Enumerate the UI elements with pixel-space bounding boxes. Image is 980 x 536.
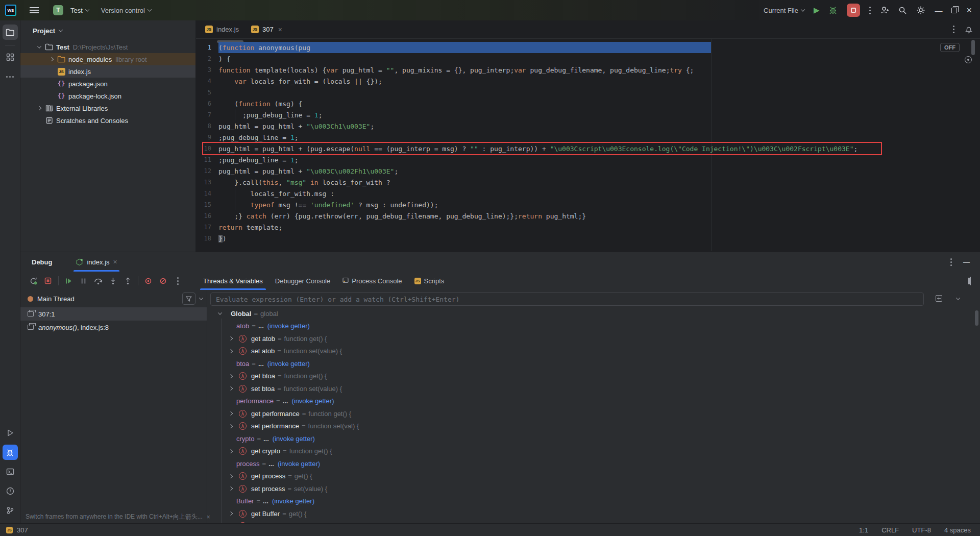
- main-menu-icon[interactable]: [30, 7, 39, 13]
- off-badge[interactable]: OFF: [940, 43, 960, 52]
- status-item-4-spaces[interactable]: 4 spaces: [944, 526, 971, 534]
- view-breakpoints-icon[interactable]: [142, 275, 154, 286]
- debug-tool-button-active[interactable]: [3, 445, 18, 460]
- variables-scrollbar-thumb[interactable]: [975, 310, 978, 326]
- stop-debug-icon[interactable]: [42, 275, 54, 286]
- debug-tab-debugger-console[interactable]: Debugger Console: [269, 272, 336, 290]
- variable-row-get-crypto[interactable]: λget crypto=function get() {: [207, 445, 980, 458]
- editor-options-icon[interactable]: [953, 29, 954, 30]
- invoke-getter-link[interactable]: (invoke getter): [267, 360, 310, 368]
- evaluate-expression-input[interactable]: [211, 296, 923, 303]
- code-line-13[interactable]: 13 }.call(this, "msg" in locals_for_with…: [196, 177, 980, 188]
- vcs-menu[interactable]: Version control: [101, 7, 151, 14]
- code-line-9[interactable]: 9;pug_debug_line = 1;: [196, 132, 980, 143]
- line-number[interactable]: 2: [196, 55, 218, 62]
- layout-settings-icon[interactable]: [970, 277, 971, 285]
- problems-tool-button[interactable]: [3, 483, 18, 499]
- invoke-getter-link[interactable]: (invoke getter): [291, 397, 334, 405]
- variable-row-set-process[interactable]: λset process=set(value) {: [207, 482, 980, 495]
- version-control-tool-button[interactable]: [3, 503, 18, 518]
- structure-tool-button[interactable]: [3, 50, 18, 65]
- status-item-utf-8[interactable]: UTF-8: [912, 526, 931, 534]
- code-line-8[interactable]: 8pug_html = pug_html + "\u003Ch1\u003E";: [196, 120, 980, 132]
- settings-gear-icon[interactable]: [916, 6, 925, 15]
- close-window-icon[interactable]: ×: [966, 5, 972, 16]
- more-tool-windows-icon[interactable]: [3, 69, 18, 84]
- variable-row-get-atob[interactable]: λget atob=function get() {: [207, 332, 980, 345]
- line-number[interactable]: 16: [196, 212, 218, 220]
- tree-item-package-json[interactable]: {}package.json: [20, 78, 195, 90]
- project-switcher[interactable]: Test: [70, 7, 89, 14]
- pause-icon[interactable]: [78, 275, 89, 286]
- more-actions-icon[interactable]: [869, 10, 871, 11]
- debug-options-icon[interactable]: [950, 261, 952, 263]
- line-number[interactable]: 10: [196, 145, 218, 152]
- chevron-right-icon[interactable]: [50, 57, 54, 61]
- chevron-right-icon[interactable]: [229, 374, 233, 378]
- line-number[interactable]: 4: [196, 78, 218, 85]
- chevron-right-icon[interactable]: [229, 486, 233, 491]
- variable-row-get-performance[interactable]: λget performance=function get() {: [207, 407, 980, 420]
- variable-row-buffer[interactable]: Buffer=...(invoke getter): [207, 495, 980, 508]
- line-number[interactable]: 8: [196, 123, 218, 130]
- debug-session-tab[interactable]: index.js ×: [74, 252, 119, 272]
- status-file-label[interactable]: 307: [17, 526, 28, 534]
- chevron-down-icon[interactable]: [199, 296, 203, 300]
- code-line-12[interactable]: 12pug_html = pug_html + "\u003C\u002Fh1\…: [196, 165, 980, 177]
- line-number[interactable]: 7: [196, 111, 218, 118]
- debug-tab-threads-variables[interactable]: Threads & Variables: [197, 272, 269, 290]
- variable-row-atob[interactable]: atob=...(invoke getter): [207, 320, 980, 333]
- code-line-10[interactable]: 10pug_html = pug_html + (pug.escape(null…: [196, 143, 980, 154]
- line-number[interactable]: 13: [196, 179, 218, 186]
- tree-item-scratches-and-consoles[interactable]: Scratches and Consoles: [20, 114, 195, 127]
- chevron-down-icon[interactable]: [956, 296, 960, 300]
- debug-icon[interactable]: [828, 6, 838, 15]
- variable-row-crypto[interactable]: crypto=...(invoke getter): [207, 432, 980, 445]
- editor-scrollbar-thumb[interactable]: [971, 40, 975, 55]
- variable-row-btoa[interactable]: btoa=...(invoke getter): [207, 357, 980, 370]
- code-editor[interactable]: 1(function anonymous(pug2) {3function te…: [196, 39, 980, 251]
- chevron-right-icon[interactable]: [229, 511, 233, 516]
- line-number[interactable]: 3: [196, 66, 218, 74]
- chevron-right-icon[interactable]: [229, 449, 233, 453]
- add-user-icon[interactable]: [880, 6, 889, 15]
- stack-frame-row[interactable]: anonymous(), index.js:8: [20, 321, 207, 334]
- mute-breakpoints-icon[interactable]: [157, 275, 168, 286]
- chevron-down-icon[interactable]: [37, 44, 41, 48]
- line-number[interactable]: 5: [196, 89, 218, 96]
- chevron-right-icon[interactable]: [229, 411, 233, 416]
- code-line-7[interactable]: 7 ;pug_debug_line = 1;: [196, 109, 980, 120]
- line-number[interactable]: 1: [196, 44, 218, 51]
- line-number[interactable]: 11: [196, 156, 218, 163]
- line-number[interactable]: 9: [196, 134, 218, 141]
- code-line-4[interactable]: 4 var locals_for_with = (locals || {});: [196, 76, 980, 87]
- project-panel-header[interactable]: Project: [20, 20, 195, 41]
- code-line-16[interactable]: 16 ;} catch (err) {pug.rethrow(err, pug_…: [196, 210, 980, 222]
- code-line-1[interactable]: 1(function anonymous(pug: [196, 42, 980, 53]
- close-icon[interactable]: ×: [113, 258, 117, 266]
- resume-icon[interactable]: [63, 275, 74, 286]
- debug-tab-process-console[interactable]: Process Console: [336, 272, 408, 290]
- code-line-6[interactable]: 6 (function (msg) {: [196, 98, 980, 109]
- rerun-icon[interactable]: [28, 275, 39, 286]
- invoke-getter-link[interactable]: (invoke getter): [278, 460, 320, 468]
- tree-item-node-modules[interactable]: node_moduleslibrary root: [20, 53, 195, 65]
- thread-selector[interactable]: Main Thread: [20, 290, 207, 307]
- add-watch-icon[interactable]: [936, 295, 942, 302]
- chevron-right-icon[interactable]: [229, 336, 233, 340]
- status-item-1-1[interactable]: 1:1: [859, 526, 868, 534]
- chevron-right-icon[interactable]: [229, 349, 233, 353]
- invoke-getter-link[interactable]: (invoke getter): [272, 497, 314, 505]
- tree-item-index-js[interactable]: JSindex.js: [20, 65, 195, 78]
- chevron-right-icon[interactable]: [229, 386, 233, 391]
- line-number[interactable]: 6: [196, 100, 218, 107]
- filter-frames-button[interactable]: [182, 293, 195, 305]
- run-configuration-selector[interactable]: Current File: [764, 7, 804, 14]
- variable-row-process[interactable]: process=...(invoke getter): [207, 457, 980, 470]
- code-line-3[interactable]: 3function template(locals) {var pug_html…: [196, 64, 980, 76]
- restore-window-icon[interactable]: [951, 8, 957, 13]
- code-line-14[interactable]: 14 locals_for_with.msg :: [196, 188, 980, 199]
- terminal-tool-button[interactable]: [3, 464, 18, 479]
- hide-panel-icon[interactable]: —: [963, 258, 970, 266]
- line-number[interactable]: 15: [196, 201, 218, 208]
